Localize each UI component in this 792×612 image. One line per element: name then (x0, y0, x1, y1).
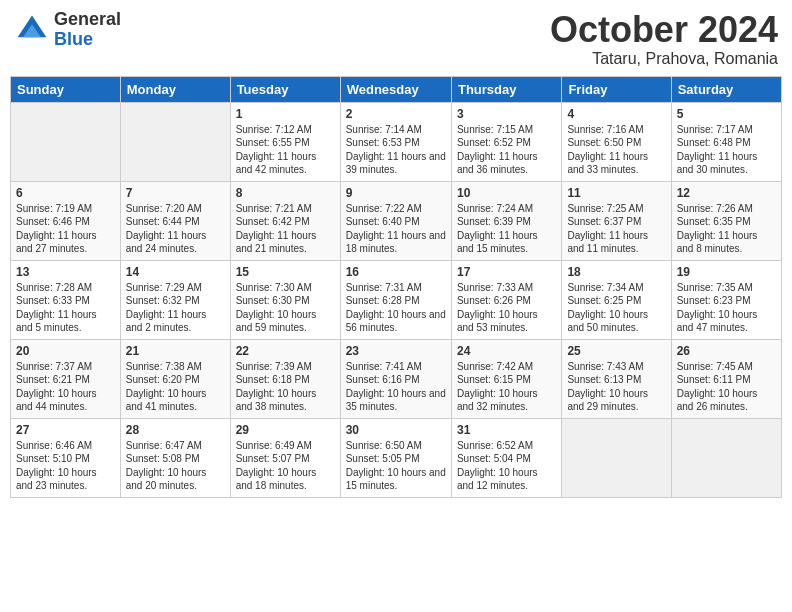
calendar-cell: 27Sunrise: 6:46 AM Sunset: 5:10 PM Dayli… (11, 418, 121, 497)
day-detail: Sunrise: 6:52 AM Sunset: 5:04 PM Dayligh… (457, 439, 556, 493)
calendar-cell (562, 418, 671, 497)
weekday-header-thursday: Thursday (451, 76, 561, 102)
calendar-cell: 10Sunrise: 7:24 AM Sunset: 6:39 PM Dayli… (451, 181, 561, 260)
day-number: 18 (567, 265, 665, 279)
day-number: 25 (567, 344, 665, 358)
calendar-cell: 6Sunrise: 7:19 AM Sunset: 6:46 PM Daylig… (11, 181, 121, 260)
header: General Blue October 2024 Tataru, Prahov… (10, 10, 782, 68)
day-number: 29 (236, 423, 335, 437)
day-number: 17 (457, 265, 556, 279)
day-number: 19 (677, 265, 776, 279)
day-number: 31 (457, 423, 556, 437)
weekday-header-row: SundayMondayTuesdayWednesdayThursdayFrid… (11, 76, 782, 102)
calendar-cell: 17Sunrise: 7:33 AM Sunset: 6:26 PM Dayli… (451, 260, 561, 339)
calendar-cell: 22Sunrise: 7:39 AM Sunset: 6:18 PM Dayli… (230, 339, 340, 418)
day-detail: Sunrise: 7:20 AM Sunset: 6:44 PM Dayligh… (126, 202, 225, 256)
day-detail: Sunrise: 6:50 AM Sunset: 5:05 PM Dayligh… (346, 439, 446, 493)
calendar: SundayMondayTuesdayWednesdayThursdayFrid… (10, 76, 782, 498)
calendar-cell: 9Sunrise: 7:22 AM Sunset: 6:40 PM Daylig… (340, 181, 451, 260)
calendar-cell: 28Sunrise: 6:47 AM Sunset: 5:08 PM Dayli… (120, 418, 230, 497)
day-detail: Sunrise: 7:21 AM Sunset: 6:42 PM Dayligh… (236, 202, 335, 256)
day-detail: Sunrise: 7:26 AM Sunset: 6:35 PM Dayligh… (677, 202, 776, 256)
calendar-cell: 16Sunrise: 7:31 AM Sunset: 6:28 PM Dayli… (340, 260, 451, 339)
logo-icon (14, 12, 50, 48)
calendar-cell (671, 418, 781, 497)
day-detail: Sunrise: 7:43 AM Sunset: 6:13 PM Dayligh… (567, 360, 665, 414)
day-detail: Sunrise: 6:49 AM Sunset: 5:07 PM Dayligh… (236, 439, 335, 493)
week-row-4: 20Sunrise: 7:37 AM Sunset: 6:21 PM Dayli… (11, 339, 782, 418)
logo-blue: Blue (54, 30, 121, 50)
week-row-3: 13Sunrise: 7:28 AM Sunset: 6:33 PM Dayli… (11, 260, 782, 339)
day-detail: Sunrise: 7:25 AM Sunset: 6:37 PM Dayligh… (567, 202, 665, 256)
calendar-cell: 2Sunrise: 7:14 AM Sunset: 6:53 PM Daylig… (340, 102, 451, 181)
calendar-cell: 26Sunrise: 7:45 AM Sunset: 6:11 PM Dayli… (671, 339, 781, 418)
day-number: 14 (126, 265, 225, 279)
day-detail: Sunrise: 7:35 AM Sunset: 6:23 PM Dayligh… (677, 281, 776, 335)
day-detail: Sunrise: 7:24 AM Sunset: 6:39 PM Dayligh… (457, 202, 556, 256)
day-number: 7 (126, 186, 225, 200)
day-number: 15 (236, 265, 335, 279)
day-number: 2 (346, 107, 446, 121)
calendar-cell: 14Sunrise: 7:29 AM Sunset: 6:32 PM Dayli… (120, 260, 230, 339)
weekday-header-monday: Monday (120, 76, 230, 102)
calendar-cell: 8Sunrise: 7:21 AM Sunset: 6:42 PM Daylig… (230, 181, 340, 260)
calendar-cell: 7Sunrise: 7:20 AM Sunset: 6:44 PM Daylig… (120, 181, 230, 260)
calendar-cell (120, 102, 230, 181)
weekday-header-tuesday: Tuesday (230, 76, 340, 102)
day-number: 20 (16, 344, 115, 358)
calendar-cell: 20Sunrise: 7:37 AM Sunset: 6:21 PM Dayli… (11, 339, 121, 418)
day-number: 21 (126, 344, 225, 358)
day-detail: Sunrise: 7:30 AM Sunset: 6:30 PM Dayligh… (236, 281, 335, 335)
day-number: 6 (16, 186, 115, 200)
calendar-cell: 24Sunrise: 7:42 AM Sunset: 6:15 PM Dayli… (451, 339, 561, 418)
day-number: 22 (236, 344, 335, 358)
day-detail: Sunrise: 7:38 AM Sunset: 6:20 PM Dayligh… (126, 360, 225, 414)
day-number: 11 (567, 186, 665, 200)
day-detail: Sunrise: 7:22 AM Sunset: 6:40 PM Dayligh… (346, 202, 446, 256)
day-number: 23 (346, 344, 446, 358)
day-detail: Sunrise: 7:42 AM Sunset: 6:15 PM Dayligh… (457, 360, 556, 414)
calendar-cell: 1Sunrise: 7:12 AM Sunset: 6:55 PM Daylig… (230, 102, 340, 181)
day-number: 24 (457, 344, 556, 358)
day-detail: Sunrise: 7:41 AM Sunset: 6:16 PM Dayligh… (346, 360, 446, 414)
day-number: 8 (236, 186, 335, 200)
weekday-header-wednesday: Wednesday (340, 76, 451, 102)
calendar-cell: 31Sunrise: 6:52 AM Sunset: 5:04 PM Dayli… (451, 418, 561, 497)
day-number: 5 (677, 107, 776, 121)
weekday-header-saturday: Saturday (671, 76, 781, 102)
calendar-cell: 25Sunrise: 7:43 AM Sunset: 6:13 PM Dayli… (562, 339, 671, 418)
day-number: 4 (567, 107, 665, 121)
day-detail: Sunrise: 7:31 AM Sunset: 6:28 PM Dayligh… (346, 281, 446, 335)
week-row-5: 27Sunrise: 6:46 AM Sunset: 5:10 PM Dayli… (11, 418, 782, 497)
day-number: 28 (126, 423, 225, 437)
day-detail: Sunrise: 7:15 AM Sunset: 6:52 PM Dayligh… (457, 123, 556, 177)
calendar-cell (11, 102, 121, 181)
day-detail: Sunrise: 7:16 AM Sunset: 6:50 PM Dayligh… (567, 123, 665, 177)
day-number: 26 (677, 344, 776, 358)
day-detail: Sunrise: 6:46 AM Sunset: 5:10 PM Dayligh… (16, 439, 115, 493)
calendar-cell: 23Sunrise: 7:41 AM Sunset: 6:16 PM Dayli… (340, 339, 451, 418)
day-number: 27 (16, 423, 115, 437)
day-detail: Sunrise: 7:45 AM Sunset: 6:11 PM Dayligh… (677, 360, 776, 414)
logo-general: General (54, 10, 121, 30)
day-number: 3 (457, 107, 556, 121)
month-title: October 2024 (550, 10, 778, 50)
calendar-cell: 21Sunrise: 7:38 AM Sunset: 6:20 PM Dayli… (120, 339, 230, 418)
day-detail: Sunrise: 7:34 AM Sunset: 6:25 PM Dayligh… (567, 281, 665, 335)
weekday-header-friday: Friday (562, 76, 671, 102)
calendar-cell: 18Sunrise: 7:34 AM Sunset: 6:25 PM Dayli… (562, 260, 671, 339)
title-section: October 2024 Tataru, Prahova, Romania (550, 10, 778, 68)
day-number: 12 (677, 186, 776, 200)
calendar-cell: 13Sunrise: 7:28 AM Sunset: 6:33 PM Dayli… (11, 260, 121, 339)
calendar-cell: 15Sunrise: 7:30 AM Sunset: 6:30 PM Dayli… (230, 260, 340, 339)
logo: General Blue (14, 10, 121, 50)
calendar-cell: 4Sunrise: 7:16 AM Sunset: 6:50 PM Daylig… (562, 102, 671, 181)
weekday-header-sunday: Sunday (11, 76, 121, 102)
day-number: 16 (346, 265, 446, 279)
calendar-cell: 19Sunrise: 7:35 AM Sunset: 6:23 PM Dayli… (671, 260, 781, 339)
week-row-2: 6Sunrise: 7:19 AM Sunset: 6:46 PM Daylig… (11, 181, 782, 260)
day-detail: Sunrise: 7:37 AM Sunset: 6:21 PM Dayligh… (16, 360, 115, 414)
calendar-cell: 5Sunrise: 7:17 AM Sunset: 6:48 PM Daylig… (671, 102, 781, 181)
day-detail: Sunrise: 7:29 AM Sunset: 6:32 PM Dayligh… (126, 281, 225, 335)
location: Tataru, Prahova, Romania (550, 50, 778, 68)
